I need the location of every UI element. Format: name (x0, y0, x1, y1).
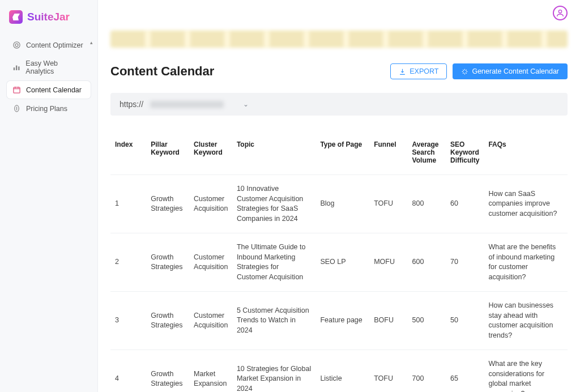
cell-pillar: Growth Strategies (146, 350, 189, 393)
svg-rect-2 (14, 67, 15, 70)
cell-difficulty: 70 (446, 233, 484, 292)
col-volume: Average Search Volume (408, 135, 446, 175)
export-button[interactable]: EXPORT (390, 63, 447, 79)
cell-index: 2 (110, 233, 146, 292)
bars-icon (12, 63, 20, 72)
table-row[interactable]: 2Growth StrategiesCustomer AcquisitionTh… (110, 233, 568, 292)
topbar (553, 6, 568, 20)
cell-funnel: MOFU (369, 233, 407, 292)
calendar-icon (12, 86, 21, 94)
col-pillar: Pillar Keyword (146, 135, 189, 175)
chevron-down-icon: ⌄ (243, 100, 249, 108)
cell-pillar: Growth Strategies (146, 233, 189, 292)
sidebar-item-label: Pricing Plans (26, 105, 67, 113)
cell-difficulty: 60 (446, 175, 484, 233)
cell-faqs: How can SaaS companies improve customer … (484, 175, 568, 233)
sidebar-item-label: Content Calendar (26, 86, 82, 94)
cell-index: 3 (110, 292, 146, 350)
col-difficulty: SEO Keyword Difficulty (446, 135, 484, 175)
cell-difficulty: 65 (446, 350, 484, 393)
notification-banner[interactable] (110, 31, 568, 48)
svg-point-1 (15, 44, 18, 46)
cell-pillar: Growth Strategies (146, 175, 189, 233)
cell-index: 1 (110, 175, 146, 233)
cell-cluster: Customer Acquisition (189, 175, 232, 233)
cell-cluster: Customer Acquisition (189, 292, 232, 350)
cell-faqs: How can businesses stay ahead with custo… (484, 292, 568, 350)
svg-rect-4 (18, 66, 19, 70)
sidebar-item-label: Content Optimizer (26, 41, 83, 49)
sidebar-item-content-calendar[interactable]: Content Calendar (7, 81, 91, 99)
cell-topic: 10 Innovative Customer Acquisition Strat… (232, 175, 315, 233)
table-row[interactable]: 3Growth StrategiesCustomer Acquisition5 … (110, 292, 568, 350)
download-icon (399, 68, 406, 75)
cell-cluster: Market Expansion (189, 350, 232, 393)
col-index: Index (110, 135, 146, 175)
col-topic: Topic (232, 135, 315, 175)
sidebar-item-content-optimizer[interactable]: Content Optimizer (7, 36, 91, 54)
cell-topic: 5 Customer Acquisition Trends to Watch i… (232, 292, 315, 350)
cell-funnel: TOFU (369, 350, 407, 393)
col-faqs: FAQs (484, 135, 568, 175)
collapse-caret-icon[interactable]: ▴ (90, 40, 93, 45)
cell-type: SEO LP (315, 233, 369, 292)
generate-label: Generate Content Calendar (472, 67, 559, 75)
sidebar-item-label: Easy Web Analytics (25, 59, 85, 75)
target-icon (12, 41, 21, 49)
export-label: EXPORT (410, 67, 438, 75)
calendar-table: Index Pillar Keyword Cluster Keyword Top… (110, 135, 568, 392)
sidebar-item-pricing-plans[interactable]: Pricing Plans (7, 100, 91, 117)
tag-icon (12, 104, 21, 113)
cell-type: Blog (315, 175, 369, 233)
col-type: Type of Page (315, 135, 369, 175)
cell-volume: 600 (408, 233, 446, 292)
cell-funnel: BOFU (369, 292, 407, 350)
cell-index: 4 (110, 350, 146, 393)
cell-topic: 10 Strategies for Global Market Expansio… (232, 350, 315, 393)
page-header: Content Calendar EXPORT Generate Content… (110, 63, 568, 79)
svg-point-7 (558, 10, 561, 13)
cell-type: Feature page (315, 292, 369, 350)
cell-cluster: Customer Acquisition (189, 233, 232, 292)
generate-calendar-button[interactable]: Generate Content Calendar (453, 63, 568, 79)
domain-selector[interactable]: https:// ⌄ (110, 93, 568, 116)
svg-rect-5 (14, 87, 20, 93)
sidebar-item-web-analytics[interactable]: Easy Web Analytics (7, 55, 91, 80)
cell-pillar: Growth Strategies (146, 292, 189, 350)
cell-volume: 800 (408, 175, 446, 233)
svg-rect-3 (16, 65, 17, 70)
brand-name: SuiteJar (27, 11, 70, 23)
svg-point-0 (14, 42, 20, 48)
sidebar-nav: Content Optimizer Easy Web Analytics Con… (7, 36, 91, 117)
page-title: Content Calendar (110, 64, 214, 79)
sparkle-icon (461, 68, 468, 75)
brand-logo[interactable]: SuiteJar (7, 10, 91, 24)
cell-faqs: What are the benefits of inbound marketi… (484, 233, 568, 292)
user-avatar[interactable] (553, 6, 568, 20)
sidebar: SuiteJar ▴ Content Optimizer Easy Web An… (0, 0, 98, 392)
table-header-row: Index Pillar Keyword Cluster Keyword Top… (110, 135, 568, 175)
url-prefix: https:// (120, 100, 143, 109)
logo-mark-icon (9, 10, 23, 24)
cell-topic: The Ultimate Guide to Inbound Marketing … (232, 233, 315, 292)
table-row[interactable]: 1Growth StrategiesCustomer Acquisition10… (110, 175, 568, 233)
table-row[interactable]: 4Growth StrategiesMarket Expansion10 Str… (110, 350, 568, 393)
cell-type: Listicle (315, 350, 369, 393)
col-cluster: Cluster Keyword (189, 135, 232, 175)
col-funnel: Funnel (369, 135, 407, 175)
main-content: Content Calendar EXPORT Generate Content… (98, 0, 580, 392)
cell-funnel: TOFU (369, 175, 407, 233)
cell-difficulty: 50 (446, 292, 484, 350)
cell-volume: 500 (408, 292, 446, 350)
url-hidden (150, 101, 224, 108)
header-actions: EXPORT Generate Content Calendar (390, 63, 568, 79)
cell-faqs: What are the key considerations for glob… (484, 350, 568, 393)
cell-volume: 700 (408, 350, 446, 393)
